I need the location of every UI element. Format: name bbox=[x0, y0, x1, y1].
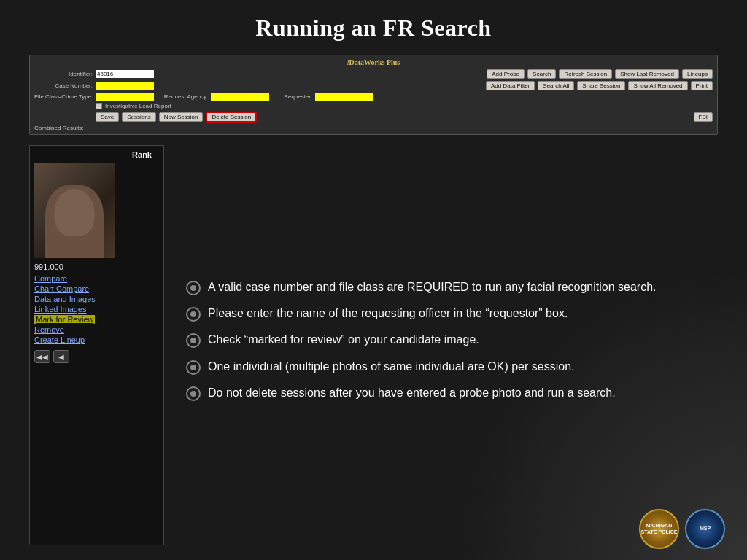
investigative-lead-checkbox[interactable] bbox=[96, 103, 102, 109]
bullet-text-2: Please enter the name of the requesting … bbox=[208, 306, 568, 322]
print-button[interactable]: Print bbox=[691, 81, 713, 90]
identifier-field: 46016 bbox=[96, 70, 154, 78]
show-last-removed-button[interactable]: Show Last Removed bbox=[615, 69, 679, 79]
candidate-panel: Rank 991.000 Compare Chart Compare Data … bbox=[29, 145, 164, 545]
slide-title: Running an FR Search bbox=[29, 15, 718, 42]
delete-session-button[interactable]: Delete Session bbox=[206, 112, 257, 122]
add-probe-button[interactable]: Add Probe bbox=[487, 69, 525, 79]
bullet-icon-2 bbox=[186, 307, 201, 322]
data-and-images-link[interactable]: Data and Images bbox=[34, 295, 96, 303]
refresh-session-button[interactable]: Refresh Session bbox=[559, 69, 612, 79]
bullet-icon-4 bbox=[186, 360, 201, 375]
candidate-nav: ◀◀ ◀ bbox=[34, 350, 69, 363]
nav-prev-button[interactable]: ◀ bbox=[53, 350, 69, 363]
bullet-item-4: One individual (multiple photos of same … bbox=[186, 359, 718, 375]
lineups-button[interactable]: Lineups bbox=[682, 69, 713, 79]
rank-header: Rank bbox=[132, 150, 159, 159]
compare-link[interactable]: Compare bbox=[34, 274, 67, 283]
identifier-label: Identifier: bbox=[34, 71, 93, 77]
bottom-section: Rank 991.000 Compare Chart Compare Data … bbox=[29, 145, 718, 545]
show-all-removed-button[interactable]: Show All Removed bbox=[628, 81, 687, 90]
save-button[interactable]: Save bbox=[96, 112, 119, 122]
bullet-text-4: One individual (multiple photos of same … bbox=[208, 359, 574, 375]
requester-field[interactable] bbox=[315, 93, 374, 101]
dw-row-identifier: Identifier: 46016 Add Probe Search Refre… bbox=[34, 69, 713, 79]
fbi-button[interactable]: FBI bbox=[694, 112, 713, 122]
request-agency-label: Request Agency: bbox=[157, 93, 208, 100]
investigative-lead-label: Investigative Lead Report bbox=[105, 103, 171, 109]
add-data-filter-button[interactable]: Add Data Filter bbox=[486, 81, 535, 90]
bullet-icon-3 bbox=[186, 333, 201, 348]
nav-prev-prev-button[interactable]: ◀◀ bbox=[34, 350, 50, 363]
share-session-button[interactable]: Share Session bbox=[577, 81, 625, 90]
bullet-icon-5 bbox=[186, 386, 201, 401]
bullet-item-2: Please enter the name of the requesting … bbox=[186, 306, 718, 322]
dw-row-actions: Save Sessions New Session Delete Session… bbox=[34, 112, 713, 122]
case-number-field[interactable] bbox=[96, 82, 154, 90]
bullet-item-1: A valid case number and file class are R… bbox=[186, 279, 718, 295]
requester-label: Requester: bbox=[272, 93, 312, 100]
investigative-lead-row: Investigative Lead Report bbox=[96, 103, 713, 109]
bullet-item-5: Do not delete sessions after you have en… bbox=[186, 385, 718, 401]
new-session-button[interactable]: New Session bbox=[159, 112, 204, 122]
candidate-score: 991.000 bbox=[34, 262, 63, 271]
combined-results-label: Combined Results: bbox=[34, 125, 713, 131]
search-all-button[interactable]: Search All bbox=[538, 81, 574, 90]
create-lineup-link[interactable]: Create Lineup bbox=[34, 335, 85, 344]
bullet-icon-1 bbox=[186, 281, 201, 295]
case-number-label: Case Number: bbox=[34, 82, 93, 89]
dw-buttons-row2: Add Data Filter Search All Share Session… bbox=[486, 81, 713, 90]
mark-for-review-link[interactable]: Mark for Review bbox=[34, 315, 95, 324]
request-agency-field[interactable] bbox=[211, 93, 269, 101]
bullet-text-1: A valid case number and file class are R… bbox=[208, 279, 657, 295]
file-class-label: File Class/Crime Type: bbox=[34, 93, 93, 100]
search-button[interactable]: Search bbox=[527, 69, 556, 79]
bullet-text-3: Check “marked for review” on your candid… bbox=[208, 332, 479, 348]
dw-buttons-row1: Add Probe Search Refresh Session Show La… bbox=[487, 69, 713, 79]
linked-images-link[interactable]: Linked Images bbox=[34, 305, 87, 314]
bullet-text-5: Do not delete sessions after you have en… bbox=[208, 385, 616, 401]
slide-content: Running an FR Search iDataWorks Plus Ide… bbox=[0, 0, 747, 560]
dw-row-fileclass: File Class/Crime Type: Request Agency: R… bbox=[34, 93, 713, 101]
dataworks-screenshot: iDataWorks Plus Identifier: 46016 Add Pr… bbox=[29, 55, 718, 135]
dw-row-case: Case Number: Add Data Filter Search All … bbox=[34, 81, 713, 90]
chart-compare-link[interactable]: Chart Compare bbox=[34, 284, 89, 293]
bullet-section: A valid case number and file class are R… bbox=[179, 145, 718, 545]
dw-header: iDataWorks Plus bbox=[34, 58, 713, 66]
bullet-item-3: Check “marked for review” on your candid… bbox=[186, 332, 718, 348]
file-class-field[interactable] bbox=[96, 93, 154, 101]
candidate-photo bbox=[34, 163, 115, 258]
sessions-button[interactable]: Sessions bbox=[122, 112, 155, 122]
remove-link[interactable]: Remove bbox=[34, 325, 64, 334]
